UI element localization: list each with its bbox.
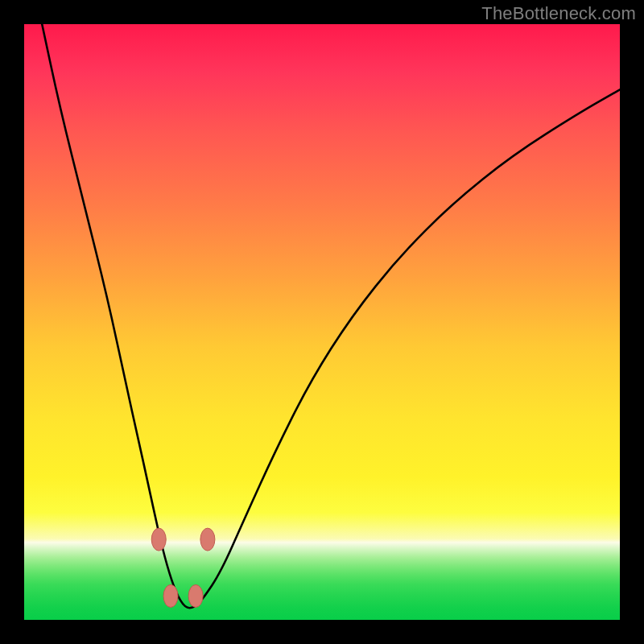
chart-frame: TheBottleneck.com — [0, 0, 644, 644]
chart-svg — [24, 24, 620, 620]
bottleneck-curve — [42, 24, 620, 608]
marker-left-lower — [163, 584, 178, 607]
marker-right-lower — [188, 584, 203, 607]
marker-left-upper — [151, 528, 166, 551]
watermark-text: TheBottleneck.com — [481, 3, 636, 24]
marker-right-upper — [200, 528, 215, 551]
plot-area — [24, 24, 620, 620]
